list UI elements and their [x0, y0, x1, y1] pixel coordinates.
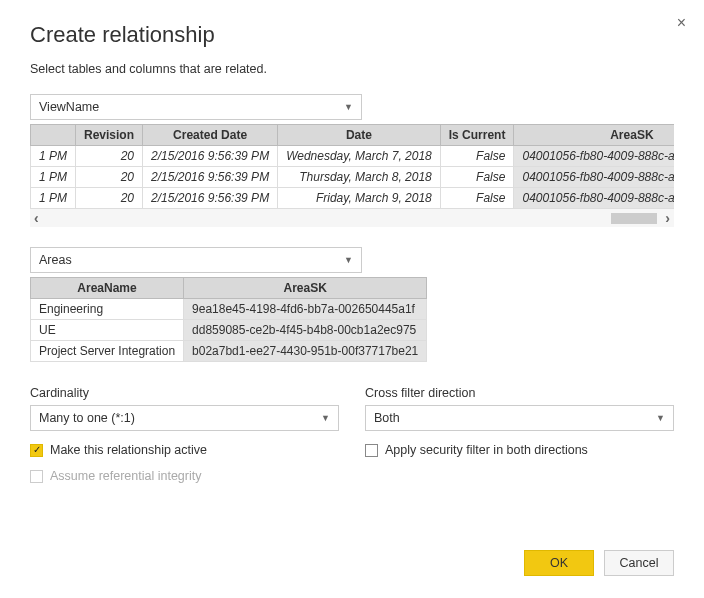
- close-icon[interactable]: ×: [677, 14, 686, 32]
- cardinality-label: Cardinality: [30, 386, 339, 400]
- col-revision[interactable]: Revision: [76, 125, 143, 146]
- dialog-subtitle: Select tables and columns that are relat…: [30, 62, 674, 76]
- col-date[interactable]: Date: [278, 125, 441, 146]
- checkbox-integrity: Assume referential integrity: [30, 469, 339, 483]
- col-areask2[interactable]: AreaSK: [184, 278, 427, 299]
- checkbox-active[interactable]: ✓ Make this relationship active: [30, 443, 339, 457]
- cardinality-value: Many to one (*:1): [39, 411, 135, 425]
- col-iscurrent[interactable]: Is Current: [440, 125, 514, 146]
- checkbox-icon: ✓: [30, 444, 43, 457]
- table1-grid: Revision Created Date Date Is Current Ar…: [30, 124, 674, 209]
- col-areask[interactable]: AreaSK: [514, 125, 674, 146]
- checkbox-security[interactable]: Apply security filter in both directions: [365, 443, 674, 457]
- table-row[interactable]: UE dd859085-ce2b-4f45-b4b8-00cb1a2ec975: [31, 320, 427, 341]
- table2-select-value: Areas: [39, 253, 72, 267]
- table2-grid: AreaName AreaSK Engineering 9ea18e45-419…: [30, 277, 427, 362]
- ok-button[interactable]: OK: [524, 550, 594, 576]
- cancel-button[interactable]: Cancel: [604, 550, 674, 576]
- table-row[interactable]: Project Server Integration b02a7bd1-ee27…: [31, 341, 427, 362]
- crossfilter-select[interactable]: Both ▼: [365, 405, 674, 431]
- table-row[interactable]: 1 PM 20 2/15/2016 9:56:39 PM Friday, Mar…: [31, 188, 675, 209]
- chevron-down-icon: ▼: [656, 413, 665, 423]
- dialog-title: Create relationship: [30, 22, 674, 48]
- table1-scrollbar[interactable]: ‹ ›: [30, 209, 674, 227]
- col-created[interactable]: Created Date: [143, 125, 278, 146]
- scroll-thumb[interactable]: [611, 213, 657, 224]
- col-areaname[interactable]: AreaName: [31, 278, 184, 299]
- crossfilter-label: Cross filter direction: [365, 386, 674, 400]
- table-row[interactable]: 1 PM 20 2/15/2016 9:56:39 PM Thursday, M…: [31, 167, 675, 188]
- table-row[interactable]: Engineering 9ea18e45-4198-4fd6-bb7a-0026…: [31, 299, 427, 320]
- chevron-down-icon: ▼: [344, 255, 353, 265]
- checkbox-icon: [30, 470, 43, 483]
- table1-select[interactable]: ViewName ▼: [30, 94, 362, 120]
- crossfilter-value: Both: [374, 411, 400, 425]
- scroll-left-icon[interactable]: ‹: [34, 210, 39, 226]
- chevron-down-icon: ▼: [344, 102, 353, 112]
- table1-select-value: ViewName: [39, 100, 99, 114]
- scroll-right-icon[interactable]: ›: [665, 210, 670, 226]
- table-row[interactable]: 1 PM 20 2/15/2016 9:56:39 PM Wednesday, …: [31, 146, 675, 167]
- table2-select[interactable]: Areas ▼: [30, 247, 362, 273]
- checkbox-icon: [365, 444, 378, 457]
- cardinality-select[interactable]: Many to one (*:1) ▼: [30, 405, 339, 431]
- chevron-down-icon: ▼: [321, 413, 330, 423]
